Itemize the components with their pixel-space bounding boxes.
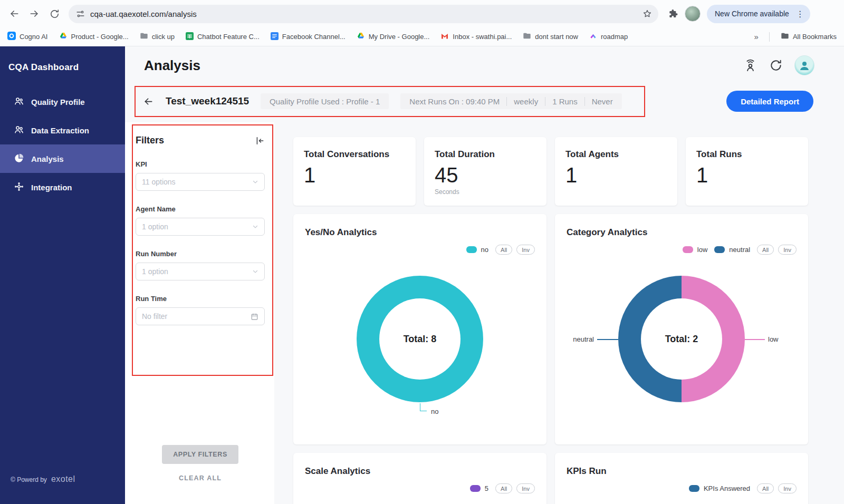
google-doc-icon (271, 32, 279, 42)
stat-card-total-duration: Total Duration 45 Seconds (424, 137, 546, 206)
sidebar-title: CQA Dashboard (0, 46, 125, 88)
sidebar-item-analysis[interactable]: Analysis (0, 144, 125, 173)
legend-all-button[interactable]: All (495, 245, 512, 255)
address-bar[interactable]: cqa-uat.qaexotel.com/analysis (69, 5, 658, 23)
legend-all-button[interactable]: All (757, 245, 774, 255)
legend-inv-button[interactable]: Inv (778, 483, 797, 493)
site-settings-icon[interactable] (76, 9, 85, 18)
legend-swatch-low (683, 246, 693, 253)
chart-card-yes-no-analytics: Yes/No Analytics no All Inv Total: 8 (293, 214, 546, 444)
content-row: Filters KPI 11 options Agent Name 1 opti… (125, 122, 844, 504)
donut-center: Total: 8 (379, 298, 461, 380)
legend-inv-button[interactable]: Inv (516, 483, 535, 493)
bookmark-inbox-gmail[interactable]: Inbox - swathi.pai... (440, 32, 512, 42)
chart-card-kpis-run: KPIs Run KPIs Answered All Inv (555, 453, 808, 504)
sidebar: CQA Dashboard Quality Profile Data Extra… (0, 46, 125, 504)
kpi-filter-select[interactable]: 11 options (136, 173, 265, 191)
integration-icon (14, 181, 24, 193)
run-time-input[interactable] (142, 312, 232, 321)
donut-chart-category: Total: 2 neutral low (618, 276, 745, 402)
agent-status-icon[interactable] (743, 59, 757, 73)
end-text: Never (584, 97, 620, 106)
chevron-down-icon (252, 224, 258, 230)
sidebar-item-integration[interactable]: Integration (0, 173, 125, 201)
legend-all-button[interactable]: All (757, 483, 774, 493)
bookmark-roadmap[interactable]: roadmap (589, 32, 628, 42)
donut-chart-yes-no: Total: 8 no (357, 276, 483, 402)
bookmark-facebook-channel[interactable]: Facebook Channel... (271, 32, 346, 42)
dashboard-content: Total Conversations 1 Total Duration 45 … (274, 122, 844, 504)
kpi-filter-label: KPI (136, 160, 265, 168)
charts-row-bottom: Scale Analytics 5 All Inv KPIs Run (293, 453, 808, 504)
google-drive-icon (357, 32, 365, 42)
screen: cqa-uat.qaexotel.com/analysis New Chrome… (0, 0, 844, 504)
callout-label-neutral: neutral (573, 335, 594, 343)
user-avatar[interactable] (794, 55, 814, 75)
google-drive-icon (59, 32, 68, 42)
chrome-update-button[interactable]: New Chrome available ⋮ (707, 5, 810, 23)
users-icon (14, 96, 24, 108)
chevron-down-icon (252, 179, 258, 185)
chart-title: Yes/No Analytics (305, 227, 535, 238)
gmail-icon (440, 32, 449, 42)
url-text[interactable]: cqa-uat.qaexotel.com/analysis (90, 9, 637, 18)
cogno-logo-icon (7, 32, 16, 42)
bookmark-cogno-ai[interactable]: Cogno AI (7, 32, 48, 42)
legend-inv-button[interactable]: Inv (778, 245, 797, 255)
toolbar-right-cluster: New Chrome available ⋮ (668, 5, 810, 23)
filters-panel: Filters KPI 11 options Agent Name 1 opti… (125, 122, 274, 504)
collapse-panel-icon[interactable] (254, 135, 265, 146)
bookmark-click-up[interactable]: click up (140, 32, 175, 42)
donut-center: Total: 2 (641, 298, 722, 380)
legend-swatch-no (466, 246, 477, 253)
stat-card-total-runs: Total Runs 1 (686, 137, 808, 206)
bookmark-star-icon[interactable] (642, 9, 652, 18)
run-info-annotation-box: Test_week124515 Quality Profile Used : P… (135, 86, 645, 117)
chart-legend: 5 All Inv (305, 483, 535, 493)
stat-card-total-agents: Total Agents 1 (555, 137, 677, 206)
detailed-report-button[interactable]: Detailed Report (726, 91, 813, 112)
run-number-filter-label: Run Number (136, 250, 265, 258)
powered-by-text: © Powerd by (11, 476, 47, 483)
run-time-filter-input[interactable] (136, 307, 265, 325)
legend-all-button[interactable]: All (495, 483, 512, 493)
reload-icon[interactable] (45, 5, 63, 23)
browser-menu-icon[interactable]: ⋮ (794, 9, 806, 19)
filters-title: Filters (136, 135, 164, 146)
all-bookmarks-button[interactable]: All Bookmarks (781, 32, 837, 42)
sidebar-item-quality-profile[interactable]: Quality Profile (0, 88, 125, 116)
run-name: Test_week124515 (166, 95, 249, 107)
charts-row-top: Yes/No Analytics no All Inv Total: 8 (293, 214, 808, 444)
sidebar-item-data-extraction[interactable]: Data Extraction (0, 116, 125, 144)
extensions-icon[interactable] (668, 8, 678, 19)
run-number-filter-select[interactable]: 1 option (136, 263, 265, 280)
back-arrow-icon[interactable] (143, 96, 154, 107)
chart-title: Category Analytics (567, 227, 797, 238)
agent-name-filter-select[interactable]: 1 option (136, 218, 265, 236)
clickup-logo-icon (589, 32, 597, 42)
pie-chart-icon (14, 153, 24, 165)
donut-total-label: Total: 8 (404, 334, 437, 345)
bookmark-dont-start-now[interactable]: dont start now (523, 32, 578, 42)
run-time-filter-label: Run Time (136, 295, 265, 303)
bookmark-my-drive[interactable]: My Drive - Google... (357, 32, 430, 42)
chart-legend: KPIs Answered All Inv (567, 483, 797, 493)
forward-icon[interactable] (25, 5, 43, 23)
stat-card-total-conversations: Total Conversations 1 (293, 137, 416, 206)
bookmarks-overflow-chevron[interactable]: » (754, 32, 758, 41)
page-title: Analysis (144, 57, 200, 74)
browser-profile-avatar[interactable] (685, 6, 701, 22)
legend-inv-button[interactable]: Inv (516, 245, 535, 255)
header-icons (743, 55, 814, 75)
bookmark-product-google[interactable]: Product - Google... (59, 32, 129, 42)
chart-card-scale-analytics: Scale Analytics 5 All Inv (293, 453, 546, 504)
apply-filters-button[interactable]: APPLY FILTERS (162, 445, 238, 464)
chevron-down-icon (252, 268, 258, 275)
clear-all-button[interactable]: CLEAR ALL (179, 474, 222, 482)
refresh-icon[interactable] (769, 59, 783, 72)
legend-swatch-5 (470, 485, 481, 492)
chrome-update-label: New Chrome available (715, 9, 789, 18)
calendar-icon[interactable] (251, 313, 258, 321)
back-icon[interactable] (5, 5, 23, 23)
bookmark-chatbot-feature[interactable]: Chatbot Feature C... (186, 32, 260, 42)
